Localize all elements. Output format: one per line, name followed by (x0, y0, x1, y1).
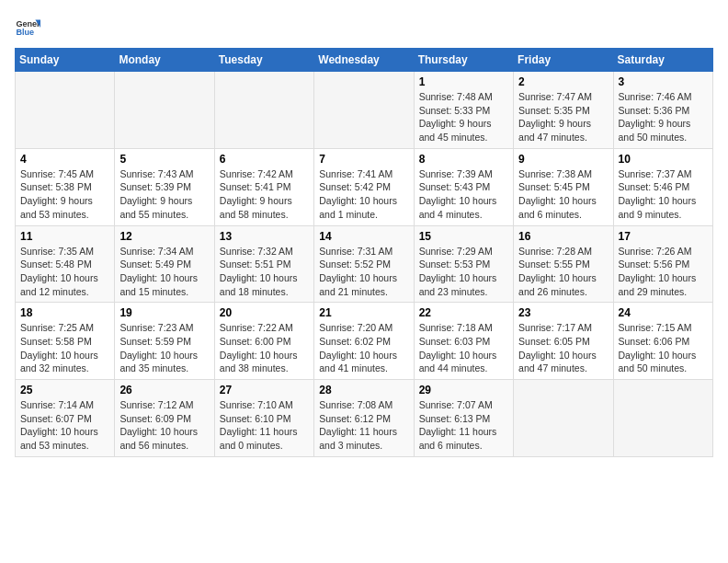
calendar-cell (16, 72, 115, 149)
day-number: 6 (220, 153, 309, 166)
day-info: Sunrise: 7:34 AMSunset: 5:49 PMDaylight:… (119, 245, 209, 299)
day-number: 22 (419, 306, 508, 319)
svg-text:Blue: Blue (16, 28, 34, 37)
day-info: Sunrise: 7:26 AMSunset: 5:56 PMDaylight:… (619, 245, 708, 299)
day-info: Sunrise: 7:45 AMSunset: 5:38 PMDaylight:… (20, 167, 109, 222)
calendar-cell: 12Sunrise: 7:34 AMSunset: 5:49 PMDayligh… (115, 225, 214, 303)
calendar-cell: 23Sunrise: 7:17 AMSunset: 6:05 PMDayligh… (514, 303, 613, 380)
calendar-cell: 5Sunrise: 7:43 AMSunset: 5:39 PMDaylight… (115, 148, 214, 225)
day-info: Sunrise: 7:25 AMSunset: 5:58 PMDaylight:… (20, 321, 109, 375)
weekday-header-friday: Friday (514, 49, 613, 72)
day-number: 4 (20, 153, 109, 166)
calendar-cell (214, 72, 313, 149)
day-info: Sunrise: 7:28 AMSunset: 5:55 PMDaylight:… (518, 245, 608, 299)
day-info: Sunrise: 7:15 AMSunset: 6:06 PMDaylight:… (619, 321, 708, 375)
day-info: Sunrise: 7:08 AMSunset: 6:12 PMDaylight:… (319, 398, 408, 453)
day-number: 2 (518, 75, 608, 88)
calendar-cell (514, 380, 613, 457)
day-number: 17 (619, 230, 708, 243)
day-info: Sunrise: 7:39 AMSunset: 5:43 PMDaylight:… (419, 167, 508, 222)
calendar-cell: 18Sunrise: 7:25 AMSunset: 5:58 PMDayligh… (16, 303, 115, 380)
day-number: 20 (220, 306, 309, 319)
day-info: Sunrise: 7:23 AMSunset: 5:59 PMDaylight:… (119, 321, 209, 375)
calendar-cell: 25Sunrise: 7:14 AMSunset: 6:07 PMDayligh… (16, 380, 115, 457)
day-info: Sunrise: 7:14 AMSunset: 6:07 PMDaylight:… (20, 398, 109, 453)
day-info: Sunrise: 7:41 AMSunset: 5:42 PMDaylight:… (319, 167, 408, 222)
day-number: 13 (220, 230, 309, 243)
day-number: 10 (619, 153, 708, 166)
day-info: Sunrise: 7:18 AMSunset: 6:03 PMDaylight:… (419, 321, 508, 375)
calendar-cell: 29Sunrise: 7:07 AMSunset: 6:13 PMDayligh… (414, 380, 513, 457)
day-number: 19 (119, 306, 209, 319)
calendar-cell: 24Sunrise: 7:15 AMSunset: 6:06 PMDayligh… (613, 303, 712, 380)
day-number: 5 (119, 153, 209, 166)
weekday-header-sunday: Sunday (16, 49, 115, 72)
day-info: Sunrise: 7:10 AMSunset: 6:10 PMDaylight:… (220, 398, 309, 453)
weekday-header-thursday: Thursday (414, 49, 513, 72)
day-info: Sunrise: 7:38 AMSunset: 5:45 PMDaylight:… (518, 167, 608, 222)
day-info: Sunrise: 7:32 AMSunset: 5:51 PMDaylight:… (220, 245, 309, 299)
day-info: Sunrise: 7:46 AMSunset: 5:36 PMDaylight:… (619, 90, 708, 144)
day-number: 9 (518, 153, 608, 166)
day-number: 28 (319, 384, 408, 396)
day-info: Sunrise: 7:22 AMSunset: 6:00 PMDaylight:… (220, 321, 309, 375)
day-number: 15 (419, 230, 508, 243)
day-number: 14 (319, 230, 408, 243)
day-info: Sunrise: 7:48 AMSunset: 5:33 PMDaylight:… (419, 90, 508, 144)
calendar-cell: 10Sunrise: 7:37 AMSunset: 5:46 PMDayligh… (613, 148, 712, 225)
calendar-cell: 7Sunrise: 7:41 AMSunset: 5:42 PMDaylight… (314, 148, 414, 225)
day-number: 7 (319, 153, 408, 166)
day-number: 26 (119, 384, 209, 396)
day-number: 12 (119, 230, 209, 243)
day-info: Sunrise: 7:43 AMSunset: 5:39 PMDaylight:… (119, 167, 209, 222)
calendar-cell: 4Sunrise: 7:45 AMSunset: 5:38 PMDaylight… (16, 148, 115, 225)
calendar-cell: 20Sunrise: 7:22 AMSunset: 6:00 PMDayligh… (214, 303, 313, 380)
calendar-cell: 1Sunrise: 7:48 AMSunset: 5:33 PMDaylight… (414, 72, 513, 149)
calendar-cell: 26Sunrise: 7:12 AMSunset: 6:09 PMDayligh… (115, 380, 214, 457)
day-number: 27 (220, 384, 309, 396)
day-number: 25 (20, 384, 109, 396)
day-number: 3 (619, 75, 708, 88)
calendar-cell: 8Sunrise: 7:39 AMSunset: 5:43 PMDaylight… (414, 148, 513, 225)
calendar-cell: 2Sunrise: 7:47 AMSunset: 5:35 PMDaylight… (514, 72, 613, 149)
day-info: Sunrise: 7:07 AMSunset: 6:13 PMDaylight:… (419, 398, 508, 453)
day-info: Sunrise: 7:12 AMSunset: 6:09 PMDaylight:… (119, 398, 209, 453)
weekday-header-monday: Monday (115, 49, 214, 72)
calendar-table: SundayMondayTuesdayWednesdayThursdayFrid… (15, 48, 713, 457)
weekday-header-saturday: Saturday (613, 49, 712, 72)
calendar-cell (613, 380, 712, 457)
day-number: 18 (20, 306, 109, 319)
calendar-cell: 28Sunrise: 7:08 AMSunset: 6:12 PMDayligh… (314, 380, 414, 457)
day-info: Sunrise: 7:31 AMSunset: 5:52 PMDaylight:… (319, 245, 408, 299)
day-info: Sunrise: 7:42 AMSunset: 5:41 PMDaylight:… (220, 167, 309, 222)
calendar-cell: 3Sunrise: 7:46 AMSunset: 5:36 PMDaylight… (613, 72, 712, 149)
day-info: Sunrise: 7:35 AMSunset: 5:48 PMDaylight:… (20, 245, 109, 299)
day-info: Sunrise: 7:20 AMSunset: 6:02 PMDaylight:… (319, 321, 408, 375)
day-number: 29 (419, 384, 508, 396)
day-number: 11 (20, 230, 109, 243)
calendar-cell: 16Sunrise: 7:28 AMSunset: 5:55 PMDayligh… (514, 225, 613, 303)
day-info: Sunrise: 7:17 AMSunset: 6:05 PMDaylight:… (518, 321, 608, 375)
calendar-cell: 22Sunrise: 7:18 AMSunset: 6:03 PMDayligh… (414, 303, 513, 380)
day-info: Sunrise: 7:47 AMSunset: 5:35 PMDaylight:… (518, 90, 608, 144)
day-number: 8 (419, 153, 508, 166)
calendar-cell: 27Sunrise: 7:10 AMSunset: 6:10 PMDayligh… (214, 380, 313, 457)
logo: General Blue (15, 15, 40, 40)
day-number: 1 (419, 75, 508, 88)
day-number: 16 (518, 230, 608, 243)
day-info: Sunrise: 7:37 AMSunset: 5:46 PMDaylight:… (619, 167, 708, 222)
calendar-cell: 6Sunrise: 7:42 AMSunset: 5:41 PMDaylight… (214, 148, 313, 225)
calendar-cell: 17Sunrise: 7:26 AMSunset: 5:56 PMDayligh… (613, 225, 712, 303)
weekday-header-tuesday: Tuesday (214, 49, 313, 72)
calendar-cell: 19Sunrise: 7:23 AMSunset: 5:59 PMDayligh… (115, 303, 214, 380)
day-info: Sunrise: 7:29 AMSunset: 5:53 PMDaylight:… (419, 245, 508, 299)
calendar-cell: 15Sunrise: 7:29 AMSunset: 5:53 PMDayligh… (414, 225, 513, 303)
calendar-cell: 11Sunrise: 7:35 AMSunset: 5:48 PMDayligh… (16, 225, 115, 303)
calendar-cell: 9Sunrise: 7:38 AMSunset: 5:45 PMDaylight… (514, 148, 613, 225)
calendar-cell (314, 72, 414, 149)
calendar-cell: 13Sunrise: 7:32 AMSunset: 5:51 PMDayligh… (214, 225, 313, 303)
day-number: 24 (619, 306, 708, 319)
calendar-cell: 21Sunrise: 7:20 AMSunset: 6:02 PMDayligh… (314, 303, 414, 380)
calendar-cell (115, 72, 214, 149)
weekday-header-wednesday: Wednesday (314, 49, 414, 72)
